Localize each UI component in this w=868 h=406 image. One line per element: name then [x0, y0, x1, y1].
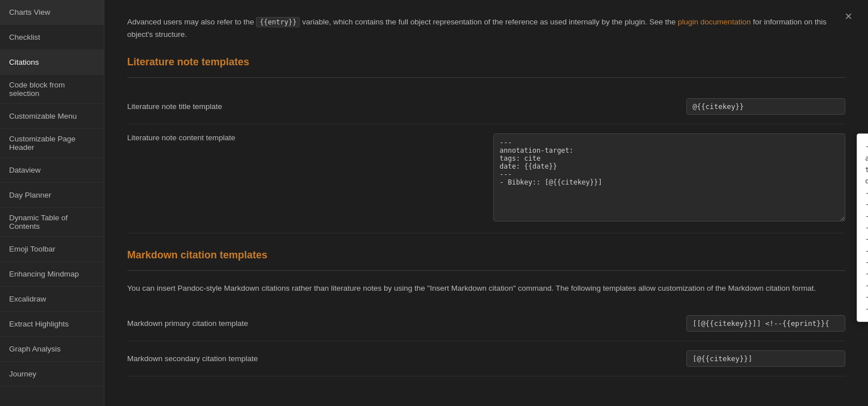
content-template-label: Literature note content template	[127, 133, 236, 142]
primary-citation-label: Markdown primary citation template	[127, 319, 248, 328]
sidebar-item-graph-analysis[interactable]: Graph Analysis	[0, 337, 104, 362]
secondary-citation-row: Markdown secondary citation template	[127, 341, 845, 376]
sidebar-item-enhancing-mindmap[interactable]: Enhancing Mindmap	[0, 262, 104, 287]
intro-prefix: Advanced users may also refer to the	[127, 18, 256, 26]
intro-middle: variable, which contains the full object…	[300, 18, 678, 26]
close-button[interactable]: ×	[840, 8, 857, 25]
lit-note-title: Literature note templates	[127, 56, 845, 68]
tooltip-popup: --- annotation-target: tags: cite date: …	[857, 133, 868, 322]
entry-code: {{entry}}	[256, 17, 300, 27]
title-template-row: Literature note title template	[127, 89, 845, 124]
content-template-row: Literature note content template --- ann…	[127, 124, 845, 233]
sidebar-item-citations[interactable]: Citations	[0, 50, 104, 75]
sidebar-item-extract-highlights[interactable]: Extract Highlights	[0, 312, 104, 337]
content-template-textarea[interactable]	[493, 133, 845, 221]
primary-citation-row: Markdown primary citation template	[127, 306, 845, 341]
secondary-citation-input[interactable]	[686, 350, 845, 367]
main-content: × Advanced users may also refer to the {…	[104, 0, 868, 406]
sidebar-item-charts-view[interactable]: Charts View	[0, 0, 104, 25]
sidebar-item-customizable-menu[interactable]: Customizable Menu	[0, 104, 104, 129]
primary-citation-input[interactable]	[686, 315, 845, 332]
sidebar-item-dataview[interactable]: Dataview	[0, 158, 104, 183]
sidebar-item-day-planner[interactable]: Day Planner	[0, 183, 104, 208]
sidebar-item-checklist[interactable]: Checklist	[0, 25, 104, 50]
sidebar-item-dynamic-toc[interactable]: Dynamic Table of Contents	[0, 208, 104, 237]
title-template-input[interactable]	[686, 98, 845, 115]
sidebar-item-journey[interactable]: Journey	[0, 362, 104, 387]
sidebar-item-excalidraw[interactable]: Excalidraw	[0, 287, 104, 312]
intro-paragraph: Advanced users may also refer to the {{e…	[127, 16, 845, 40]
markdown-desc: You can insert Pandoc-style Markdown cit…	[127, 282, 845, 295]
secondary-citation-label: Markdown secondary citation template	[127, 354, 258, 363]
sidebar-item-emoji-toolbar[interactable]: Emoji Toolbar	[0, 237, 104, 262]
sidebar: Charts ViewChecklistCitationsCode block …	[0, 0, 104, 406]
section-divider-1	[127, 77, 845, 78]
plugin-doc-link[interactable]: plugin documentation	[678, 18, 750, 26]
title-template-label: Literature note title template	[127, 102, 222, 111]
sidebar-item-code-block[interactable]: Code block from selection	[0, 75, 104, 104]
markdown-section: Markdown citation templates You can inse…	[127, 249, 845, 376]
textarea-container: --- annotation-target: tags: cite date: …	[493, 133, 845, 224]
sidebar-item-customizable-page-header[interactable]: Customizable Page Header	[0, 129, 104, 158]
section-divider-2	[127, 270, 845, 271]
markdown-section-title: Markdown citation templates	[127, 249, 845, 261]
lit-note-section: Literature note templates Literature not…	[127, 56, 845, 233]
